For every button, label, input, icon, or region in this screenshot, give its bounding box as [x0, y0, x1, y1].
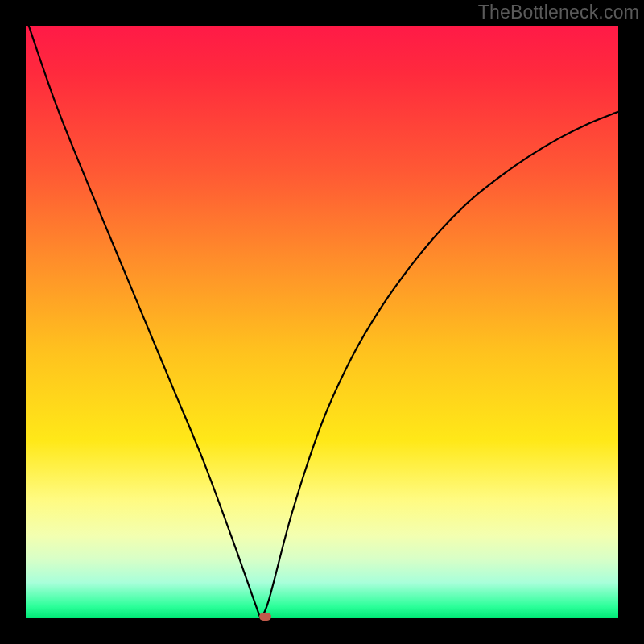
minimum-marker	[259, 613, 271, 621]
chart-plot-area	[26, 26, 618, 618]
curve-path	[26, 17, 618, 618]
bottleneck-curve	[26, 26, 618, 618]
watermark-text: TheBottleneck.com	[478, 2, 639, 23]
